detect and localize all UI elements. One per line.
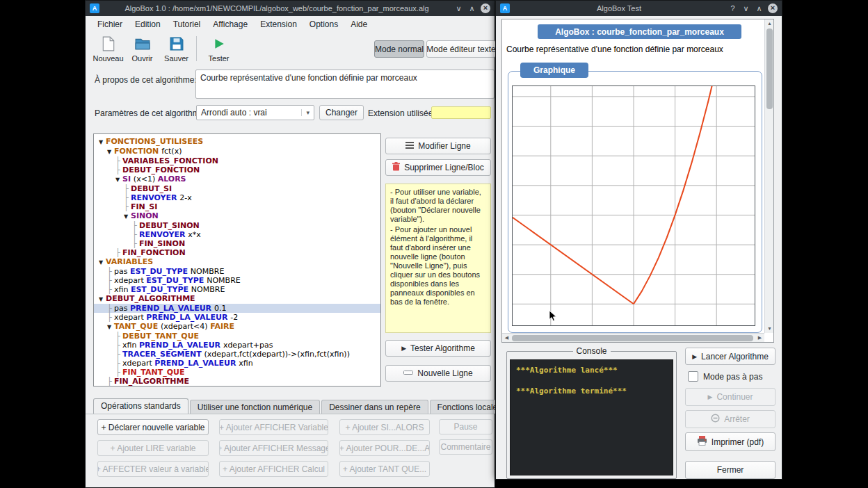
about-textarea[interactable]: Courbe représentative d'une fonction déf…: [195, 70, 495, 99]
tree-line[interactable]: ├TRACER_SEGMENT (xdepart,fct(xdepart))->…: [94, 350, 380, 359]
tab-utiliser-une-fonction-num-rique[interactable]: Utiliser une fonction numérique: [190, 400, 320, 414]
action-button-d-clarer-nouvelle-variable[interactable]: + Déclarer nouvelle variable: [97, 419, 209, 435]
tree-line[interactable]: ├xdepart PREND_LA_VALEUR -2: [94, 313, 380, 322]
step-mode-checkbox[interactable]: [688, 371, 698, 382]
mode-editor-button[interactable]: Mode éditeur texte: [426, 40, 496, 58]
menu-aide[interactable]: Aide: [344, 17, 373, 31]
tree-line[interactable]: ▼FONCTIONS_UTILISEES: [94, 137, 380, 147]
maximize-icon[interactable]: ∧: [755, 1, 764, 16]
menu-extension[interactable]: Extension: [254, 17, 303, 31]
tab-op-rations-standards[interactable]: Opérations standards: [93, 398, 188, 414]
algorithm-tree[interactable]: ▼FONCTIONS_UTILISEES▼FONCTION fct(x)├VAR…: [93, 133, 381, 387]
tree-line[interactable]: ▼VARIABLES: [94, 257, 380, 267]
tree-line[interactable]: ├FIN_SINON: [94, 239, 380, 248]
tree-line[interactable]: ▼TANT_QUE (xdepart<4) FAIRE: [94, 322, 380, 332]
stop-circle-icon: [711, 414, 720, 425]
stop-button[interactable]: Arrêter: [685, 410, 775, 428]
horizontal-scroll-thumb[interactable]: [512, 335, 753, 341]
tree-line[interactable]: ├FIN_ALGORITHME: [94, 377, 380, 386]
close-dialog-button[interactable]: Fermer: [685, 461, 775, 479]
tree-line[interactable]: ▼DEBUT_ALGORITHME: [94, 294, 380, 304]
test-algorithm-button[interactable]: ▶ Tester Algorithme: [385, 340, 491, 357]
action-button-ajouter-pour-de-a[interactable]: + Ajouter POUR...DE...A: [339, 440, 430, 456]
menu-options[interactable]: Options: [303, 17, 344, 31]
tree-expand-icon[interactable]: ▼: [99, 295, 106, 304]
tree-line[interactable]: ├xdepart PREND_LA_VALEUR xfin: [94, 359, 380, 368]
menu-tutoriel[interactable]: Tutoriel: [167, 17, 207, 31]
tab-dessiner-dans-un-rep-re[interactable]: Dessiner dans un repère: [321, 400, 428, 414]
test-titlebar[interactable]: A AlgoBox Test ? ∨ ∧ ×: [496, 1, 782, 16]
change-button[interactable]: Changer: [319, 105, 364, 120]
action-button-ajouter-si-alors[interactable]: + Ajouter SI...ALORS: [339, 419, 430, 435]
tree-expand-icon[interactable]: ▼: [124, 212, 131, 221]
continue-button[interactable]: ▶ Continuer: [685, 388, 775, 406]
action-button-commentaire[interactable]: Commentaire: [439, 439, 492, 455]
main-titlebar[interactable]: A AlgoBox 1.0 : /home/xm1/NEWCOMPIL/algo…: [86, 1, 495, 16]
tree-line[interactable]: ├RENVOYER x*x: [94, 230, 380, 239]
help-text: - Pour utiliser une variable, il faut d'…: [390, 188, 486, 224]
new-line-button[interactable]: Nouvelle Ligne: [385, 365, 491, 382]
params-combobox[interactable]: Arrondi auto : vrai ▾: [196, 105, 314, 120]
tree-line[interactable]: ├pas PREND_LA_VALEUR 0.1: [94, 304, 380, 313]
tree-line[interactable]: ▼FONCTION fct(x): [94, 147, 380, 156]
vertical-scrollbar[interactable]: ▲ ▼: [764, 19, 773, 333]
tree-line[interactable]: ▼SINON: [94, 211, 380, 221]
close-icon[interactable]: ×: [481, 3, 490, 13]
minimize-icon[interactable]: ∨: [741, 1, 750, 16]
vertical-scroll-thumb[interactable]: [766, 29, 773, 109]
extension-input[interactable]: [431, 106, 491, 119]
open-file-button[interactable]: Ouvrir: [125, 33, 159, 65]
scroll-left-icon[interactable]: ◀: [502, 334, 511, 342]
tree-line[interactable]: ├DEBUT_SINON: [94, 221, 380, 230]
tree-line[interactable]: ├DEBUT_SI: [94, 184, 380, 193]
tree-expand-icon[interactable]: ▼: [99, 138, 106, 147]
tree-token: VARIABLES_FONCTION: [122, 156, 218, 165]
tree-line[interactable]: ▼SI (x<1) ALORS: [94, 174, 380, 184]
action-button-ajouter-tant-que[interactable]: + Ajouter TANT QUE...: [339, 461, 430, 477]
action-button-pause[interactable]: Pause: [439, 419, 492, 434]
tree-line[interactable]: ├DEBUT_TANT_QUE: [94, 332, 380, 341]
close-icon[interactable]: ×: [768, 3, 778, 13]
tree-token: FONCTION: [114, 147, 161, 156]
menu-affichage[interactable]: Affichage: [207, 17, 254, 31]
step-mode-row[interactable]: Mode pas à pas: [688, 371, 762, 382]
modify-line-button[interactable]: Modifier Ligne: [385, 138, 491, 154]
tree-line[interactable]: ├xfin PREND_LA_VALEUR xdepart+pas: [94, 341, 380, 350]
action-button-ajouter-afficher-calcul[interactable]: + Ajouter AFFICHER Calcul: [219, 461, 328, 477]
maximize-icon[interactable]: ∧: [467, 1, 476, 16]
tree-line[interactable]: ├xdepart EST_DU_TYPE NOMBRE: [94, 276, 380, 285]
delete-line-button[interactable]: Supprimer Ligne/Bloc: [385, 159, 491, 176]
tree-line[interactable]: ├FIN_SI: [94, 202, 380, 211]
tree-expand-icon[interactable]: ▼: [115, 175, 122, 184]
test-button[interactable]: Tester: [202, 33, 236, 65]
tree-line[interactable]: ├FIN_TANT_QUE: [94, 368, 380, 377]
print-pdf-button[interactable]: Imprimer (pdf): [685, 432, 775, 451]
menu-fichier[interactable]: Fichier: [91, 17, 129, 31]
tree-line[interactable]: ├DEBUT_FONCTION: [94, 165, 380, 174]
horizontal-scrollbar[interactable]: ◀ ▶: [502, 333, 764, 342]
tab-graphique[interactable]: Graphique: [520, 63, 588, 78]
mode-normal-button[interactable]: Mode normal: [374, 40, 424, 58]
tree-line[interactable]: ├xfin EST_DU_TYPE NOMBRE: [94, 285, 380, 294]
scroll-down-icon[interactable]: ▼: [765, 325, 774, 333]
tree-expand-icon[interactable]: ▼: [107, 147, 114, 156]
minimize-icon[interactable]: ∨: [454, 1, 463, 16]
tree-line[interactable]: ├VARIABLES_FONCTION: [94, 156, 380, 165]
tree-line[interactable]: ├FIN_FONCTION: [94, 248, 380, 257]
tree-line[interactable]: ├pas EST_DU_TYPE NOMBRE: [94, 267, 380, 276]
run-algorithm-button[interactable]: ▶ Lancer Algorithme: [685, 348, 775, 365]
action-button-affecter-valeur-variable[interactable]: + AFFECTER valeur à variable: [97, 461, 209, 477]
scroll-right-icon[interactable]: ▶: [755, 334, 764, 342]
action-button-ajouter-afficher-variable[interactable]: + Ajouter AFFICHER Variable: [219, 419, 328, 435]
tree-expand-icon[interactable]: ▼: [107, 323, 114, 332]
tree-expand-icon[interactable]: ▼: [99, 258, 106, 267]
action-button-ajouter-afficher-message[interactable]: + Ajouter AFFICHER Message: [219, 440, 328, 456]
tree-line[interactable]: ├RENVOYER 2-x: [94, 193, 380, 202]
tree-token: (x<1): [134, 174, 158, 184]
help-icon[interactable]: ?: [728, 1, 737, 16]
action-button-ajouter-lire-variable[interactable]: + Ajouter LIRE variable: [97, 440, 209, 456]
scroll-up-icon[interactable]: ▲: [765, 19, 774, 28]
new-file-button[interactable]: Nouveau: [91, 33, 125, 65]
menu-edition[interactable]: Edition: [129, 17, 167, 31]
save-button[interactable]: Sauver: [159, 33, 193, 65]
